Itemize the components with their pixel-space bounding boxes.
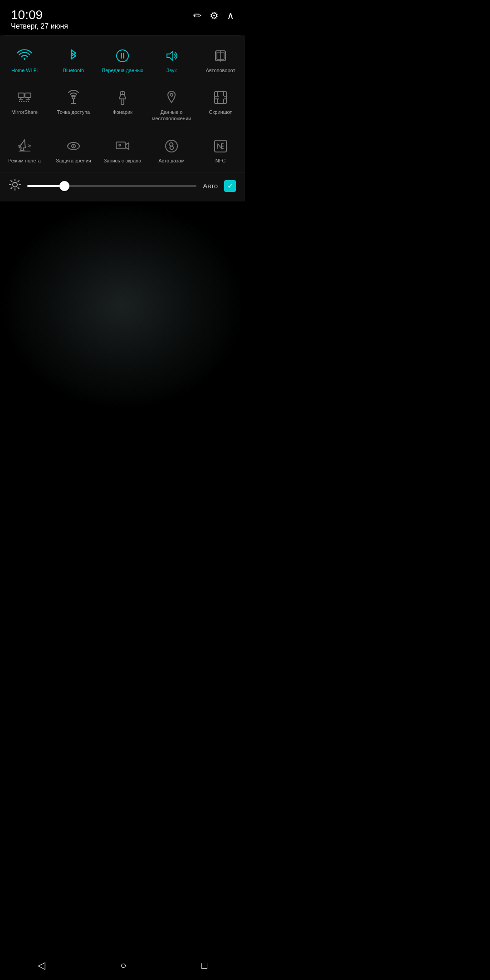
wifi-label: Home Wi-Fi — [11, 67, 38, 74]
svg-rect-8 — [25, 93, 31, 98]
brightness-thumb — [59, 181, 69, 191]
hotspot-icon — [66, 90, 81, 105]
svg-rect-18 — [121, 99, 124, 104]
screenshot-icon — [213, 90, 228, 105]
lower-area — [0, 201, 245, 410]
quick-item-autorotate[interactable]: Автоповорот — [196, 40, 245, 82]
mirrorshare-icon — [17, 90, 32, 105]
flashlight-label: Фонарик — [113, 109, 132, 115]
edit-icon[interactable]: ✏ — [193, 10, 201, 22]
sound-label: Звук — [167, 67, 177, 74]
eyeprotect-icon — [66, 138, 81, 154]
quick-item-autoshazam[interactable]: Автошазам — [147, 130, 196, 172]
brightness-row: Авто ✓ — [0, 172, 245, 201]
svg-rect-1 — [121, 53, 122, 59]
svg-line-47 — [18, 187, 20, 189]
svg-rect-21 — [215, 92, 226, 103]
data-label: Передача данных — [102, 67, 143, 74]
svg-point-20 — [170, 93, 173, 96]
svg-rect-2 — [123, 53, 124, 59]
nfc-label: NFC — [216, 157, 226, 164]
collapse-icon[interactable]: ∧ — [227, 10, 234, 22]
hotspot-label: Точка доступа — [57, 109, 90, 115]
quick-item-location[interactable]: Данные о местоположении — [147, 82, 196, 130]
autoshazam-icon — [164, 138, 179, 154]
bluetooth-icon — [66, 48, 81, 64]
svg-line-48 — [18, 181, 20, 182]
quick-item-hotspot[interactable]: Точка доступа — [49, 82, 98, 130]
svg-line-49 — [11, 187, 12, 189]
quick-item-screenrecord[interactable]: Запись с экрана — [98, 130, 147, 172]
svg-rect-7 — [18, 93, 24, 98]
data-icon — [115, 48, 130, 64]
quick-item-eyeprotect[interactable]: Защита зрения — [49, 130, 98, 172]
quick-item-wifi[interactable]: Home Wi-Fi — [0, 40, 49, 82]
quick-item-data[interactable]: Передача данных — [98, 40, 147, 82]
wifi-icon — [17, 48, 32, 64]
settings-icon[interactable]: ⚙ — [210, 10, 219, 22]
quick-item-screenshot[interactable]: Скриншот — [196, 82, 245, 130]
brightness-auto-checkbox[interactable]: ✓ — [224, 180, 236, 192]
nfc-icon — [213, 138, 228, 154]
svg-point-32 — [73, 145, 74, 147]
status-icons: ✏ ⚙ ∧ — [193, 8, 234, 22]
status-bar: 10:09 Четверг, 27 июня ✏ ⚙ ∧ — [0, 0, 245, 35]
autorotate-icon — [213, 48, 228, 64]
status-time: 10:09 — [11, 8, 68, 22]
brightness-auto-label: Авто — [203, 182, 218, 190]
quick-item-nfc[interactable]: NFC — [196, 130, 245, 172]
quick-item-sound[interactable]: Звук — [147, 40, 196, 82]
svg-point-0 — [117, 50, 128, 62]
airplane-icon — [17, 138, 32, 154]
svg-line-46 — [11, 181, 12, 182]
quick-item-flashlight[interactable]: Фонарик — [98, 82, 147, 130]
bluetooth-label: Bluetooth — [63, 67, 84, 74]
svg-point-41 — [13, 182, 17, 187]
svg-rect-37 — [215, 140, 226, 152]
brightness-icon — [9, 179, 21, 193]
quick-item-bluetooth[interactable]: Bluetooth — [49, 40, 98, 82]
location-icon — [164, 90, 179, 105]
brightness-fill — [27, 185, 64, 187]
sound-icon — [164, 48, 179, 64]
autoshazam-label: Автошазам — [158, 157, 185, 164]
airplane-label: Режим полета — [8, 157, 41, 164]
quick-settings-panel: Home Wi-Fi Bluetooth Передача данных Зву… — [0, 35, 245, 201]
screenrecord-label: Запись с экрана — [104, 157, 142, 164]
quick-item-mirrorshare[interactable]: MirrorShare — [0, 82, 49, 130]
mirrorshare-label: MirrorShare — [11, 109, 38, 115]
svg-point-35 — [119, 145, 120, 146]
quick-item-airplane[interactable]: Режим полета — [0, 130, 49, 172]
quick-grid-row1: Home Wi-Fi Bluetooth Передача данных Зву… — [0, 40, 245, 172]
brightness-slider[interactable] — [27, 185, 196, 187]
location-label: Данные о местоположении — [150, 109, 193, 122]
svg-point-14 — [72, 96, 75, 99]
screenrecord-icon — [115, 138, 130, 154]
autorotate-label: Автоповорот — [206, 67, 235, 74]
flashlight-icon — [115, 90, 130, 105]
eyeprotect-label: Защита зрения — [56, 157, 91, 164]
svg-marker-3 — [167, 51, 173, 60]
screenshot-label: Скриншот — [209, 109, 232, 115]
status-date: Четверг, 27 июня — [11, 22, 68, 30]
